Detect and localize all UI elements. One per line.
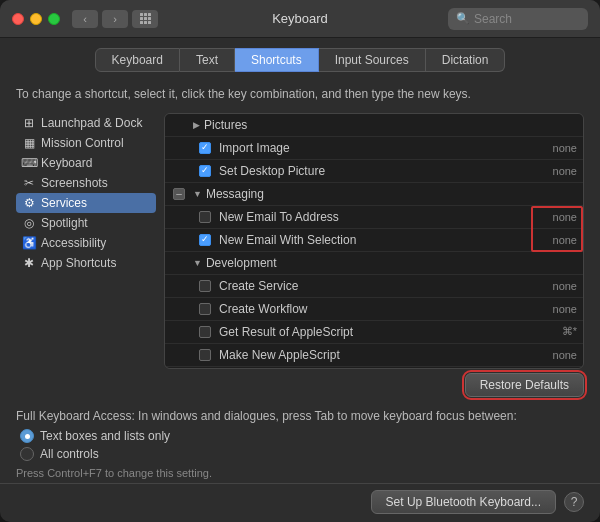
shortcut-import-image[interactable]: ✓ Import Image none	[165, 137, 583, 160]
sidebar-label-keyboard: Keyboard	[41, 156, 92, 170]
description-text: To change a shortcut, select it, click t…	[16, 86, 584, 103]
sidebar-item-app-shortcuts[interactable]: ✱ App Shortcuts	[16, 253, 156, 273]
radio-dot	[25, 434, 30, 439]
keyboard-access-label: Full Keyboard Access: In windows and dia…	[16, 409, 584, 423]
keyboard-icon: ⌨	[22, 156, 36, 170]
create-workflow-key: none	[553, 303, 577, 315]
new-email-key: none	[553, 211, 577, 223]
sidebar-item-screenshots[interactable]: ✂ Screenshots	[16, 173, 156, 193]
check-development	[171, 255, 187, 271]
close-button[interactable]	[12, 13, 24, 25]
shortcut-run-applescript[interactable]: Run as AppleScript none	[165, 367, 583, 369]
tabs-bar: Keyboard Text Shortcuts Input Sources Di…	[0, 38, 600, 78]
maximize-button[interactable]	[48, 13, 60, 25]
tab-input-sources[interactable]: Input Sources	[319, 48, 426, 72]
check-desktop[interactable]: ✓	[197, 163, 213, 179]
checkbox-create-service[interactable]	[199, 280, 211, 292]
sidebar-item-launchpad[interactable]: ⊞ Launchpad & Dock	[16, 113, 156, 133]
sidebar-label-launchpad: Launchpad & Dock	[41, 116, 142, 130]
services-icon: ⚙	[22, 196, 36, 210]
accessibility-icon: ♿	[22, 236, 36, 250]
grid-icon	[140, 13, 151, 24]
window-title: Keyboard	[272, 11, 328, 26]
checkbox-import[interactable]: ✓	[199, 142, 211, 154]
make-applescript-label: Make New AppleScript	[219, 348, 553, 362]
back-button[interactable]: ‹	[72, 10, 98, 28]
help-button[interactable]: ?	[564, 492, 584, 512]
shortcut-create-service[interactable]: Create Service none	[165, 275, 583, 298]
radio-all-controls[interactable]: All controls	[20, 447, 584, 461]
tab-shortcuts[interactable]: Shortcuts	[235, 48, 319, 72]
bluetooth-keyboard-button[interactable]: Set Up Bluetooth Keyboard...	[371, 490, 556, 514]
search-placeholder: Search	[474, 12, 512, 26]
check-create-service[interactable]	[197, 278, 213, 294]
new-email-label: New Email To Address	[219, 210, 553, 224]
messaging-label: Messaging	[206, 187, 577, 201]
minimize-button[interactable]	[30, 13, 42, 25]
radio-label-text-boxes: Text boxes and lists only	[40, 429, 170, 443]
screenshots-icon: ✂	[22, 176, 36, 190]
sidebar-label-mission-control: Mission Control	[41, 136, 124, 150]
search-icon: 🔍	[456, 12, 470, 25]
checkbox-desktop[interactable]: ✓	[199, 165, 211, 177]
sidebar-item-mission-control[interactable]: ▦ Mission Control	[16, 133, 156, 153]
search-box[interactable]: 🔍 Search	[448, 8, 588, 30]
traffic-lights	[12, 13, 60, 25]
check-create-workflow[interactable]	[197, 301, 213, 317]
shortcut-list[interactable]: ▶ Pictures ✓ Import Image none ✓	[164, 113, 584, 369]
check-make-applescript[interactable]	[197, 347, 213, 363]
tab-keyboard[interactable]: Keyboard	[95, 48, 180, 72]
sidebar-label-services: Services	[41, 196, 87, 210]
set-desktop-label: Set Desktop Picture	[219, 164, 553, 178]
pictures-label: Pictures	[204, 118, 577, 132]
checkbox-new-email[interactable]	[199, 211, 211, 223]
get-result-label: Get Result of AppleScript	[219, 325, 562, 339]
restore-defaults-button[interactable]: Restore Defaults	[465, 373, 584, 397]
import-image-label: Import Image	[219, 141, 553, 155]
check-messaging[interactable]: –	[171, 186, 187, 202]
radio-group: Text boxes and lists only All controls	[20, 429, 584, 461]
sidebar: ⊞ Launchpad & Dock ▦ Mission Control ⌨ K…	[16, 113, 156, 369]
get-result-key: ⌘*	[562, 325, 577, 338]
sidebar-item-spotlight[interactable]: ◎ Spotlight	[16, 213, 156, 233]
shortcut-set-desktop[interactable]: ✓ Set Desktop Picture none	[165, 160, 583, 183]
shortcut-create-workflow[interactable]: Create Workflow none	[165, 298, 583, 321]
sidebar-label-screenshots: Screenshots	[41, 176, 108, 190]
checkbox-create-workflow[interactable]	[199, 303, 211, 315]
check-get-result[interactable]	[197, 324, 213, 340]
radio-circle-all-controls[interactable]	[20, 447, 34, 461]
shortcut-make-applescript[interactable]: Make New AppleScript none	[165, 344, 583, 367]
spotlight-icon: ◎	[22, 216, 36, 230]
shortcut-get-result[interactable]: Get Result of AppleScript ⌘*	[165, 321, 583, 344]
checkbox-messaging[interactable]: –	[173, 188, 185, 200]
create-service-key: none	[553, 280, 577, 292]
sidebar-label-spotlight: Spotlight	[41, 216, 88, 230]
radio-label-all-controls: All controls	[40, 447, 99, 461]
check-new-email[interactable]	[197, 209, 213, 225]
radio-circle-text-boxes[interactable]	[20, 429, 34, 443]
forward-button[interactable]: ›	[102, 10, 128, 28]
create-service-label: Create Service	[219, 279, 553, 293]
launchpad-icon: ⊞	[22, 116, 36, 130]
checkbox-email-sel[interactable]: ✓	[199, 234, 211, 246]
tab-dictation[interactable]: Dictation	[426, 48, 506, 72]
main-pane: ⊞ Launchpad & Dock ▦ Mission Control ⌨ K…	[16, 113, 584, 369]
app-shortcuts-icon: ✱	[22, 256, 36, 270]
sidebar-item-accessibility[interactable]: ♿ Accessibility	[16, 233, 156, 253]
sidebar-item-keyboard[interactable]: ⌨ Keyboard	[16, 153, 156, 173]
shortcut-email-selection[interactable]: ✓ New Email With Selection none	[165, 229, 583, 252]
development-label: Development	[206, 256, 577, 270]
radio-text-boxes[interactable]: Text boxes and lists only	[20, 429, 584, 443]
check-email-sel[interactable]: ✓	[197, 232, 213, 248]
tab-text[interactable]: Text	[180, 48, 235, 72]
checkbox-make-applescript[interactable]	[199, 349, 211, 361]
sidebar-item-services[interactable]: ⚙ Services	[16, 193, 156, 213]
titlebar: ‹ › Keyboard 🔍 Search	[0, 0, 600, 38]
checkbox-get-result[interactable]	[199, 326, 211, 338]
keyboard-window: ‹ › Keyboard 🔍 Search Keyboard Text Shor…	[0, 0, 600, 522]
check-import[interactable]: ✓	[197, 140, 213, 156]
shortcut-new-email[interactable]: New Email To Address none	[165, 206, 583, 229]
set-desktop-key: none	[553, 165, 577, 177]
grid-button[interactable]	[132, 10, 158, 28]
restore-row: Restore Defaults	[16, 373, 584, 397]
